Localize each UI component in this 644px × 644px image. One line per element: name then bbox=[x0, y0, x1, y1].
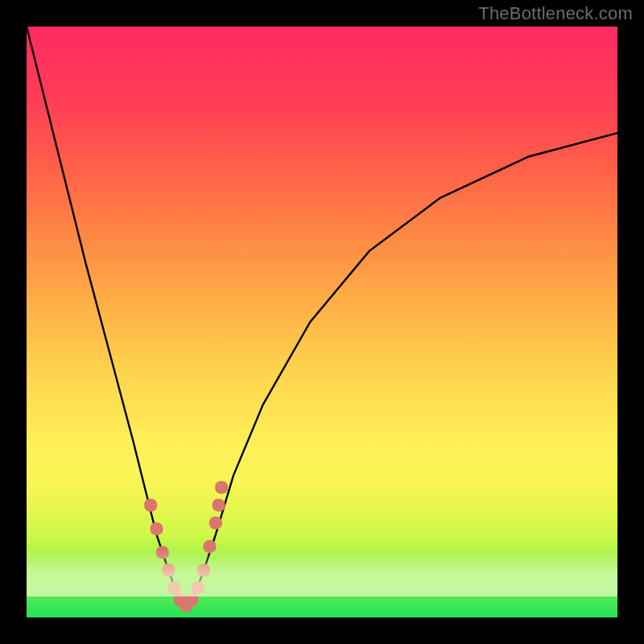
marker-point bbox=[209, 517, 222, 530]
marker-point bbox=[168, 581, 181, 594]
marker-point bbox=[197, 564, 210, 576]
marker-point bbox=[151, 522, 163, 535]
marker-point bbox=[204, 540, 217, 553]
marker-point bbox=[186, 593, 199, 606]
marker-point bbox=[162, 564, 175, 576]
marker-point bbox=[192, 581, 204, 594]
marker-point bbox=[144, 499, 157, 512]
curve-path bbox=[27, 27, 617, 605]
chart-frame: TheBottleneck.com bbox=[0, 0, 644, 644]
marker-point bbox=[213, 499, 225, 512]
marker-point bbox=[215, 481, 228, 494]
plot-area bbox=[27, 27, 617, 617]
marker-point bbox=[156, 546, 169, 559]
curve-markers bbox=[144, 481, 228, 613]
bottleneck-curve bbox=[27, 27, 617, 617]
watermark-text: TheBottleneck.com bbox=[478, 3, 633, 24]
